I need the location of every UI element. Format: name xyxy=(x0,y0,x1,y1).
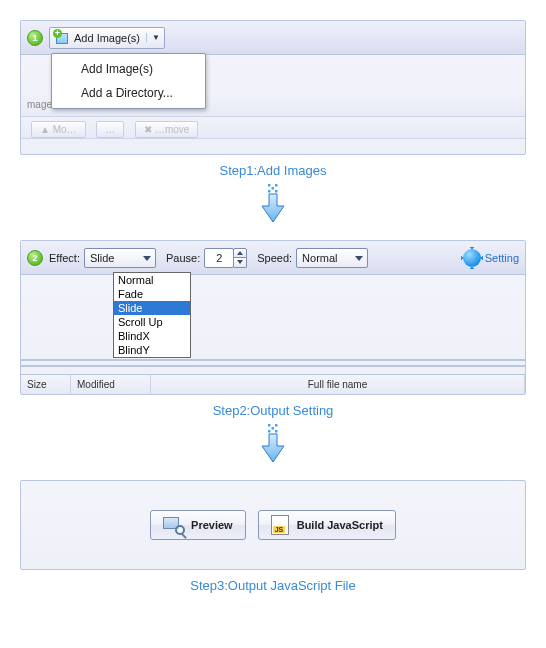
pause-down-button[interactable] xyxy=(233,258,247,268)
add-image-icon: + xyxy=(54,30,70,46)
step-1-badge: 1 xyxy=(27,30,43,46)
panel-output-setting: 2 Effect: Slide Pause: 2 Speed: Normal S… xyxy=(20,240,526,395)
pause-value: 2 xyxy=(216,252,222,264)
effect-option-slide[interactable]: Slide xyxy=(114,301,190,315)
svg-rect-5 xyxy=(268,424,271,427)
effect-option-blindy[interactable]: BlindY xyxy=(114,343,190,357)
svg-rect-1 xyxy=(275,184,278,187)
effect-option-blindx[interactable]: BlindX xyxy=(114,329,190,343)
add-images-label: Add Image(s) xyxy=(74,32,140,44)
faded-toolbar-row: ▲ Mo… … ✖ …move xyxy=(21,117,525,139)
faded-btn-1: ▲ Mo… xyxy=(31,121,86,138)
menu-item-add-directory[interactable]: Add a Directory... xyxy=(55,81,202,105)
effect-select[interactable]: Slide xyxy=(84,248,156,268)
grid-header: Size Modified Full file name xyxy=(21,374,525,394)
faded-btn-3: ✖ …move xyxy=(135,121,198,138)
effect-option-fade[interactable]: Fade xyxy=(114,287,190,301)
arrow-down-icon-2 xyxy=(20,424,526,464)
step3-caption: Step3:Output JavaScript File xyxy=(20,578,526,593)
panel-output-js: Preview Build JavaScript xyxy=(20,480,526,570)
svg-rect-3 xyxy=(268,190,271,193)
preview-label: Preview xyxy=(191,519,233,531)
faded-btn-2: … xyxy=(96,121,124,138)
panel-add-images: 1 + Add Image(s) ▼ Add Image(s) Add a Di… xyxy=(20,20,526,155)
preview-icon xyxy=(163,517,183,533)
effect-option-normal[interactable]: Normal xyxy=(114,273,190,287)
pause-up-button[interactable] xyxy=(233,248,247,258)
add-images-button[interactable]: + Add Image(s) ▼ xyxy=(49,27,165,49)
js-file-icon xyxy=(271,515,289,535)
step2-caption: Step2:Output Setting xyxy=(20,403,526,418)
effect-option-scrollup[interactable]: Scroll Up xyxy=(114,315,190,329)
step1-caption: Step1:Add Images xyxy=(20,163,526,178)
dropdown-caret-icon[interactable]: ▼ xyxy=(146,33,160,42)
gear-icon xyxy=(463,249,481,267)
pause-label: Pause: xyxy=(166,252,200,264)
svg-rect-4 xyxy=(275,190,278,193)
effect-label: Effect: xyxy=(49,252,80,264)
speed-select[interactable]: Normal xyxy=(296,248,368,268)
speed-value: Normal xyxy=(302,252,337,264)
svg-rect-6 xyxy=(275,424,278,427)
effect-value: Slide xyxy=(90,252,114,264)
effect-dropdown-list: Normal Fade Slide Scroll Up BlindX Blind… xyxy=(113,272,191,358)
toolbar-step2: 2 Effect: Slide Pause: 2 Speed: Normal S… xyxy=(21,241,525,275)
build-js-button[interactable]: Build JavaScript xyxy=(258,510,396,540)
svg-rect-0 xyxy=(268,184,271,187)
preview-button[interactable]: Preview xyxy=(150,510,246,540)
svg-rect-7 xyxy=(272,427,275,430)
col-size[interactable]: Size xyxy=(21,375,71,394)
build-label: Build JavaScript xyxy=(297,519,383,531)
pause-input[interactable]: 2 xyxy=(204,248,234,268)
arrow-down-icon xyxy=(20,184,526,224)
col-modified[interactable]: Modified xyxy=(71,375,151,394)
svg-rect-9 xyxy=(275,430,278,433)
svg-rect-2 xyxy=(272,187,275,190)
setting-link[interactable]: Setting xyxy=(485,252,519,264)
pause-spinner xyxy=(233,248,247,268)
step-2-badge: 2 xyxy=(27,250,43,266)
add-images-dropdown: Add Image(s) Add a Directory... xyxy=(51,53,206,109)
svg-rect-8 xyxy=(268,430,271,433)
menu-item-add-images[interactable]: Add Image(s) xyxy=(55,57,202,81)
speed-label: Speed: xyxy=(257,252,292,264)
toolbar-step1: 1 + Add Image(s) ▼ xyxy=(21,21,525,55)
col-fullname[interactable]: Full file name xyxy=(151,375,525,394)
